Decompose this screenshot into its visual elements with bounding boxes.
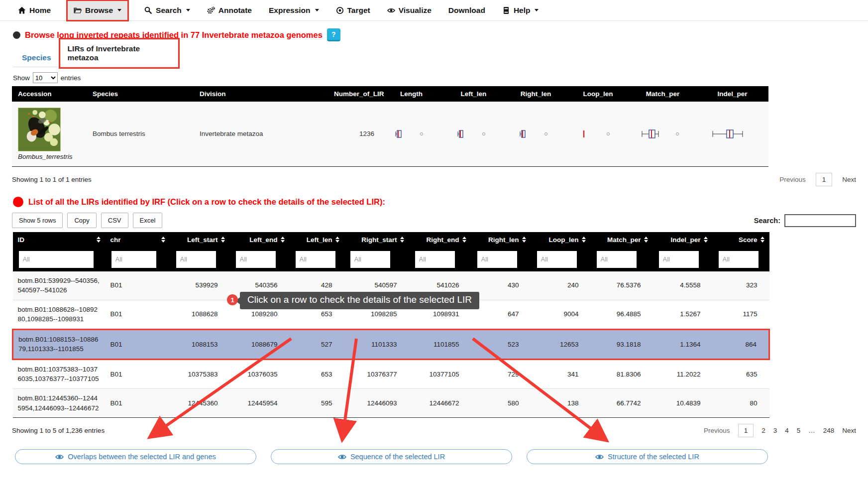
- lir-table: ID chr Left_start Left_end Left_len Righ…: [12, 232, 770, 418]
- sort-col-right-end[interactable]: Right_end: [409, 232, 471, 248]
- filter-left-len-input[interactable]: [296, 251, 335, 268]
- number-of-lir-cell: 1236: [328, 102, 380, 166]
- right-len-boxplot: [518, 127, 554, 140]
- sort-icon: [400, 237, 404, 243]
- species-table-summary: Showing 1 to 1 of 1 entries: [12, 176, 92, 183]
- col-left-len: Left_len: [442, 86, 505, 102]
- nav-visualize[interactable]: Visualize: [387, 6, 432, 15]
- species-previous-button[interactable]: Previous: [779, 176, 806, 183]
- nav-visualize-label: Visualize: [399, 6, 432, 15]
- species-photo-bombus: [18, 108, 61, 151]
- table-toolbar: Show 5 rows Copy CSV Excel: [12, 213, 162, 228]
- lir-page-3-button[interactable]: 3: [773, 427, 777, 434]
- nav-expression[interactable]: Expression: [269, 6, 319, 15]
- csv-button[interactable]: CSV: [101, 213, 128, 228]
- sort-col-left-end[interactable]: Left_end: [230, 232, 290, 248]
- loop-len-boxplot-cell: [567, 102, 629, 166]
- sort-icon: [335, 237, 339, 243]
- tab-species[interactable]: Species: [13, 49, 60, 67]
- right-len-boxplot-cell: [505, 102, 567, 166]
- chevron-down-icon: [535, 9, 539, 11]
- lir-page-2-button[interactable]: 2: [761, 427, 765, 434]
- help-question-button[interactable]: ?: [327, 28, 340, 41]
- lir-table-summary: Showing 1 to 5 of 1,236 entries: [12, 427, 105, 434]
- sort-col-indel-per[interactable]: Indel_per: [653, 232, 713, 248]
- filter-loop-len-input[interactable]: [537, 251, 577, 268]
- sort-col-match-per[interactable]: Match_per: [591, 232, 653, 248]
- sort-col-right-len[interactable]: Right_len: [471, 232, 531, 248]
- target-icon: [336, 6, 344, 14]
- col-indel-per: Indel_per: [696, 86, 768, 102]
- filter-right-len-input[interactable]: [477, 251, 517, 268]
- filter-indel-per-input[interactable]: [659, 251, 699, 268]
- section-bullet: [13, 197, 23, 207]
- eye-icon: [55, 453, 64, 461]
- sort-col-right-start[interactable]: Right_start: [344, 232, 409, 248]
- nav-target-label: Target: [347, 6, 370, 15]
- nav-search[interactable]: Search: [144, 6, 190, 15]
- sort-col-left-len[interactable]: Left_len: [290, 232, 344, 248]
- lir-page-4-button[interactable]: 4: [785, 427, 789, 434]
- nav-home-label: Home: [29, 6, 51, 15]
- search-input[interactable]: [784, 214, 856, 227]
- excel-button[interactable]: Excel: [133, 213, 163, 228]
- col-right-len: Right_len: [505, 86, 567, 102]
- entries-label: entries: [61, 74, 81, 82]
- nav-annotate[interactable]: Annotate: [207, 6, 252, 15]
- lir-page-248-button[interactable]: 248: [823, 427, 835, 434]
- sort-col-score[interactable]: Score: [713, 232, 769, 248]
- indel-per-boxplot-cell: [696, 102, 768, 166]
- sort-col-chr[interactable]: chr: [106, 232, 170, 248]
- sort-col-left-start[interactable]: Left_start: [170, 232, 230, 248]
- sort-col-loop-len[interactable]: Loop_len: [531, 232, 591, 248]
- lir-table-row[interactable]: botm.B01:12445360--12445954,12446093--12…: [13, 389, 769, 418]
- sort-col-id[interactable]: ID: [13, 232, 106, 248]
- species-next-button[interactable]: Next: [842, 176, 856, 183]
- copy-button[interactable]: Copy: [67, 213, 96, 228]
- lir-next-button[interactable]: Next: [842, 427, 856, 434]
- show-label: Show: [13, 74, 30, 82]
- sequence-button[interactable]: Sequence of the selected LIR: [271, 449, 512, 464]
- lir-page-5-button[interactable]: 5: [797, 427, 801, 434]
- eye-icon: [387, 6, 395, 14]
- species-page-1-button[interactable]: 1: [816, 173, 833, 186]
- gears-icon: [207, 6, 215, 14]
- search-icon: [144, 6, 152, 14]
- filter-right-start-input[interactable]: [350, 251, 390, 268]
- pagination-ellipsis: …: [808, 427, 815, 434]
- nav-browse[interactable]: Browse: [68, 1, 127, 20]
- lir-table-row[interactable]: botm.B01:10375383--10376035,10376377--10…: [13, 359, 769, 388]
- sort-icon: [522, 237, 526, 243]
- lir-table-pagination: Previous 1 2 3 4 5 … 248 Next: [704, 424, 856, 437]
- filter-left-start-input[interactable]: [176, 251, 216, 268]
- tab-lirs-invertebrate-metazoa[interactable]: LIRs of Invertebrate metazoa: [60, 39, 178, 67]
- lir-page-1-button[interactable]: 1: [738, 424, 754, 437]
- lir-table-row-selected[interactable]: botm.B01:1088153--1088679,1101333--11018…: [13, 329, 769, 359]
- nav-home[interactable]: Home: [18, 6, 51, 15]
- filter-id-input[interactable]: [19, 251, 94, 268]
- page-title: Browse long inverted repeats identified …: [25, 30, 323, 40]
- nav-help[interactable]: Help: [502, 6, 539, 15]
- filter-left-end-input[interactable]: [236, 251, 276, 268]
- filter-match-per-input[interactable]: [597, 251, 637, 268]
- filter-right-end-input[interactable]: [415, 251, 455, 268]
- sort-icon: [704, 237, 708, 243]
- loop-len-boxplot: [580, 127, 616, 140]
- page-size-select[interactable]: 10: [33, 72, 58, 83]
- col-number-of-lir: Number_of_LIR: [328, 86, 380, 102]
- overlaps-button[interactable]: Overlaps between the selected LIR and ge…: [15, 449, 256, 464]
- folder-icon: [74, 6, 82, 14]
- nav-target[interactable]: Target: [336, 6, 370, 15]
- filter-chr-input[interactable]: [111, 251, 156, 268]
- lir-previous-button[interactable]: Previous: [704, 427, 730, 434]
- top-navbar: Home Browse Search Annotate Expression T…: [0, 0, 868, 21]
- species-row[interactable]: Bombus_terrestris Bombus terrestris Inve…: [12, 102, 768, 166]
- nav-download[interactable]: Download: [448, 6, 485, 15]
- structure-button[interactable]: Structure of the selected LIR: [527, 449, 768, 464]
- left-len-boxplot-cell: [442, 102, 505, 166]
- eye-icon: [338, 453, 346, 461]
- show-5-rows-button[interactable]: Show 5 rows: [12, 213, 63, 228]
- sort-icon: [161, 237, 165, 243]
- filter-score-input[interactable]: [719, 251, 759, 268]
- sort-icon: [582, 237, 586, 243]
